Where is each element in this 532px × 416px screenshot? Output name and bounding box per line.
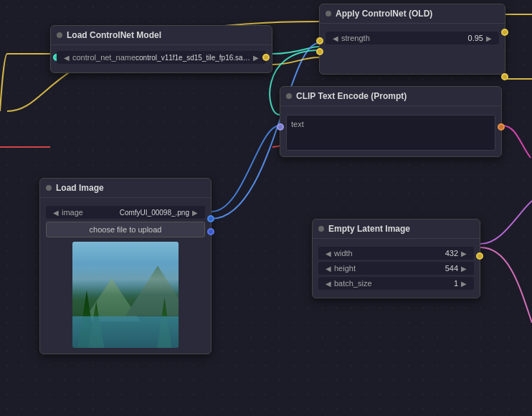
controlnet-field-value: control_v11f1e_sd15_tile_fp16.safetensor…: [136, 54, 250, 62]
node-clip-text-body: text: [280, 106, 501, 156]
fog-layer: [72, 263, 179, 295]
image-output-connector-1[interactable]: [207, 214, 214, 224]
width-label: width: [334, 249, 445, 257]
field-arrow-left[interactable]: ◀: [61, 54, 72, 62]
clip-output-connector[interactable]: [498, 123, 505, 133]
node-empty-latent: Empty Latent Image ◀ width 432 ▶ ◀ heigh…: [312, 219, 480, 298]
node-clip-text-title: CLIP Text Encode (Prompt): [296, 91, 407, 101]
node-load-controlnet: Load ControlNet Model ◀ control_net_name…: [50, 25, 272, 73]
field-arrow-right[interactable]: ▶: [250, 54, 262, 62]
strength-arrow-left[interactable]: ◀: [330, 34, 341, 42]
node-empty-latent-header: Empty Latent Image: [313, 219, 480, 239]
node-status-dot: [46, 185, 52, 191]
image-field-value: ComfyUI_00098_.png: [120, 209, 189, 217]
batch-arrow-right[interactable]: ▶: [458, 280, 470, 288]
image-arrow-left[interactable]: ◀: [50, 209, 62, 217]
height-arrow-left[interactable]: ◀: [323, 265, 334, 273]
output-connector-right[interactable]: [262, 54, 270, 61]
node-status-dot: [326, 11, 331, 16]
node-load-image-header: Load Image: [40, 179, 211, 198]
height-arrow-right[interactable]: ▶: [458, 265, 470, 273]
node-status-dot: [318, 226, 324, 232]
node-apply-controlnet-title: Apply ControlNet (OLD): [336, 9, 432, 19]
width-field: ◀ width 432 ▶: [318, 247, 474, 260]
batch-label: batch_size: [334, 279, 454, 288]
spacer: [326, 47, 499, 68]
node-apply-controlnet-header: Apply ControlNet (OLD): [320, 4, 505, 24]
width-arrow-right[interactable]: ▶: [458, 250, 470, 257]
input-connector-2[interactable]: [316, 51, 323, 61]
controlnet-name-field: ◀ control_net_name control_v11f1e_sd15_t…: [57, 51, 266, 64]
strength-arrow-right[interactable]: ▶: [483, 34, 495, 42]
image-field-label: image: [62, 208, 120, 217]
image-field: ◀ image ComfyUI_00098_.png ▶: [46, 206, 205, 219]
height-value: 544: [445, 264, 458, 273]
image-output-connector-2[interactable]: [207, 227, 214, 237]
height-field: ◀ height 544 ▶: [318, 262, 474, 275]
image-preview-inner: [72, 242, 179, 348]
water-layer: [72, 316, 179, 348]
node-load-controlnet-body: ◀ control_net_name control_v11f1e_sd15_t…: [51, 45, 272, 72]
strength-value: 0.95: [468, 34, 483, 42]
batch-arrow-left[interactable]: ◀: [323, 280, 334, 288]
node-empty-latent-body: ◀ width 432 ▶ ◀ height 544 ▶ ◀ batch_siz…: [313, 239, 480, 298]
batch-field: ◀ batch_size 1 ▶: [318, 277, 474, 290]
clip-text-input[interactable]: text: [286, 115, 495, 151]
node-status-dot: [57, 32, 62, 38]
strength-label: strength: [341, 34, 468, 42]
image-arrow-right[interactable]: ▶: [189, 209, 201, 217]
height-label: height: [334, 264, 445, 273]
node-status-dot: [286, 93, 292, 99]
width-arrow-left[interactable]: ◀: [323, 250, 334, 257]
node-clip-text: CLIP Text Encode (Prompt) text: [280, 86, 502, 157]
node-load-controlnet-title: Load ControlNet Model: [67, 30, 161, 40]
output-connector-top[interactable]: [501, 32, 508, 42]
node-load-image-title: Load Image: [56, 183, 104, 193]
node-apply-controlnet-body: ◀ strength 0.95 ▶: [320, 24, 505, 74]
latent-output-connector[interactable]: [476, 252, 483, 262]
controlnet-field-label: control_net_name: [72, 53, 136, 62]
node-load-image: Load Image ◀ image ComfyUI_00098_.png ▶ …: [39, 178, 212, 354]
upload-button[interactable]: choose file to upload: [46, 222, 205, 237]
strength-field: ◀ strength 0.95 ▶: [326, 32, 499, 44]
controlnet-name-row: ◀ control_net_name control_v11f1e_sd15_t…: [57, 51, 266, 64]
node-load-controlnet-header: Load ControlNet Model: [51, 26, 272, 45]
node-apply-controlnet: Apply ControlNet (OLD) ◀ strength 0.95 ▶: [319, 4, 505, 75]
output-connector-bottom[interactable]: [501, 76, 508, 86]
node-empty-latent-title: Empty Latent Image: [328, 224, 410, 234]
image-preview: [72, 242, 179, 348]
clip-input-connector[interactable]: [277, 123, 284, 133]
node-load-image-body: ◀ image ComfyUI_00098_.png ▶ choose file…: [40, 198, 211, 354]
node-clip-text-header: CLIP Text Encode (Prompt): [280, 87, 501, 106]
width-value: 432: [445, 249, 458, 257]
